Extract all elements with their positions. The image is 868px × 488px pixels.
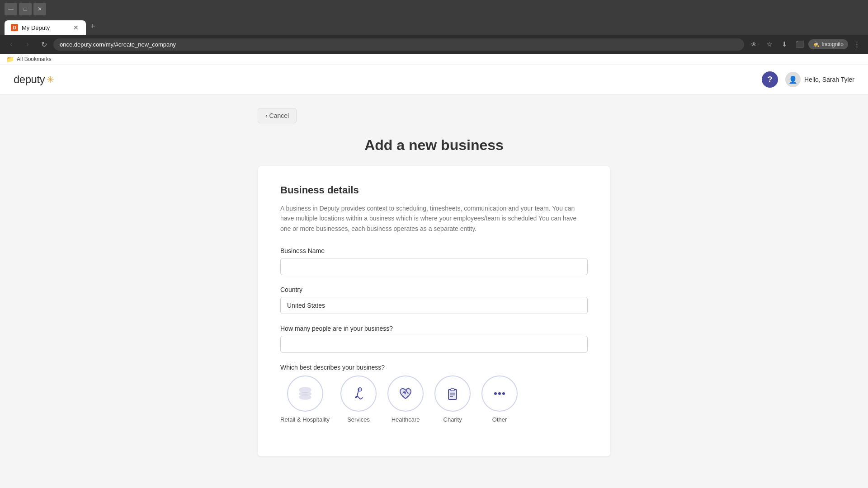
bookmarks-folder-icon: 📁	[6, 56, 14, 63]
logo-star-icon: ✳	[47, 74, 54, 85]
page-header-actions: ‹ Cancel	[258, 108, 610, 132]
people-field-group: How many people are in your business?	[280, 325, 588, 353]
healthcare-icon	[387, 375, 424, 412]
app-logo[interactable]: deputy ✳	[14, 73, 54, 86]
retail-label: Retail & Hospitality	[280, 416, 330, 423]
other-icon	[481, 375, 518, 412]
business-type-healthcare[interactable]: Healthcare	[387, 375, 424, 423]
tab-close-btn[interactable]: ✕	[72, 24, 80, 31]
svg-point-3	[358, 388, 362, 391]
tab-title: My Deputy	[22, 24, 69, 31]
healthcare-label: Healthcare	[392, 416, 420, 423]
charity-label: Charity	[443, 416, 462, 423]
tablet-btn[interactable]: ⬛	[793, 38, 807, 51]
more-menu-btn[interactable]: ⋮	[850, 38, 863, 51]
window-minimize-btn[interactable]: —	[5, 3, 17, 15]
browser-chrome: — □ ✕ D My Deputy ✕ + ‹ › ↻ 👁 ☆ ⬇ ⬛ 🕵 In…	[0, 0, 868, 54]
user-name: Hello, Sarah Tyler	[804, 76, 854, 83]
business-type-other[interactable]: Other	[481, 375, 518, 423]
other-label: Other	[492, 416, 507, 423]
address-bar[interactable]	[53, 38, 744, 51]
avatar: 👤	[785, 72, 801, 87]
business-type-label: Which best describes your business?	[280, 364, 588, 371]
country-label: Country	[280, 286, 588, 293]
window-close-btn[interactable]: ✕	[33, 3, 46, 15]
hide-icon-btn[interactable]: 👁	[747, 38, 760, 51]
page-title: Add a new business	[9, 137, 859, 154]
section-desc: A business in Deputy provides context to…	[280, 203, 588, 234]
page-content: ‹ Cancel Add a new business Business det…	[0, 94, 868, 488]
business-type-charity[interactable]: Charity	[434, 375, 471, 423]
browser-nav-icons: 👁 ☆ ⬇ ⬛ 🕵 Incognito ⋮	[747, 38, 863, 51]
charity-icon	[434, 375, 471, 412]
all-bookmarks-link[interactable]: All Bookmarks	[17, 56, 52, 62]
svg-point-0	[299, 387, 311, 393]
browser-nav: ‹ › ↻ 👁 ☆ ⬇ ⬛ 🕵 Incognito ⋮	[0, 35, 868, 54]
people-input[interactable]	[280, 336, 588, 353]
people-label: How many people are in your business?	[280, 325, 588, 332]
business-name-input[interactable]	[280, 258, 588, 275]
country-field-group: Country	[280, 286, 588, 314]
svg-point-9	[494, 392, 497, 395]
bookmarks-bar: 📁 All Bookmarks	[0, 54, 868, 65]
country-input[interactable]	[280, 297, 588, 314]
cancel-button[interactable]: ‹ Cancel	[258, 108, 297, 123]
business-type-field-group: Which best describes your business? Reta…	[280, 364, 588, 423]
logo-text: deputy	[14, 73, 45, 86]
incognito-label: Incognito	[821, 41, 844, 47]
svg-point-11	[502, 392, 505, 395]
services-icon	[340, 375, 377, 412]
browser-titlebar: — □ ✕	[0, 0, 868, 18]
business-name-field-group: Business Name	[280, 247, 588, 275]
window-maximize-btn[interactable]: □	[19, 3, 32, 15]
services-label: Services	[347, 416, 370, 423]
business-types: Retail & Hospitality Services	[280, 375, 588, 423]
svg-point-2	[299, 395, 311, 399]
nav-forward-btn[interactable]: ›	[21, 38, 34, 51]
business-type-retail[interactable]: Retail & Hospitality	[280, 375, 330, 423]
user-info[interactable]: 👤 Hello, Sarah Tyler	[785, 72, 854, 87]
section-title: Business details	[280, 184, 588, 196]
svg-rect-5	[451, 389, 454, 391]
nav-refresh-btn[interactable]: ↻	[37, 38, 51, 51]
business-name-label: Business Name	[280, 247, 588, 254]
help-button[interactable]: ?	[762, 71, 778, 88]
incognito-icon: 🕵	[813, 41, 820, 47]
tab-favicon: D	[11, 24, 18, 31]
app-header: deputy ✳ ? 👤 Hello, Sarah Tyler	[0, 65, 868, 94]
new-tab-btn[interactable]: +	[86, 18, 100, 35]
active-tab[interactable]: D My Deputy ✕	[5, 20, 86, 35]
header-right: ? 👤 Hello, Sarah Tyler	[762, 71, 854, 88]
business-type-services[interactable]: Services	[340, 375, 377, 423]
bookmark-star-btn[interactable]: ☆	[762, 38, 776, 51]
incognito-badge[interactable]: 🕵 Incognito	[808, 39, 848, 49]
form-card: Business details A business in Deputy pr…	[258, 166, 610, 456]
retail-icon	[287, 375, 323, 412]
svg-point-10	[498, 392, 501, 395]
download-btn[interactable]: ⬇	[778, 38, 791, 51]
nav-back-btn[interactable]: ‹	[5, 38, 18, 51]
tab-bar: D My Deputy ✕ +	[0, 18, 868, 35]
